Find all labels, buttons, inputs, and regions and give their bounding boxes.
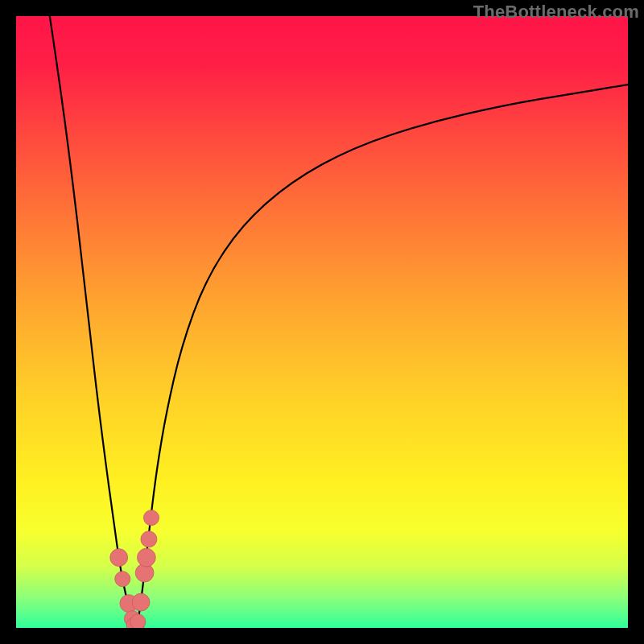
data-marker bbox=[110, 549, 128, 567]
right-curve bbox=[137, 85, 628, 628]
data-marker bbox=[141, 531, 157, 547]
chart-svg bbox=[16, 16, 628, 628]
left-curve bbox=[50, 16, 137, 628]
data-marker bbox=[138, 548, 156, 567]
data-marker bbox=[143, 510, 159, 526]
watermark-text: TheBottleneck.com bbox=[473, 2, 639, 23]
data-marker bbox=[130, 614, 146, 628]
plot-area bbox=[16, 16, 628, 628]
data-markers bbox=[110, 510, 159, 628]
chart-frame: TheBottleneck.com bbox=[0, 0, 644, 644]
data-marker bbox=[115, 572, 130, 587]
data-marker bbox=[132, 593, 150, 611]
